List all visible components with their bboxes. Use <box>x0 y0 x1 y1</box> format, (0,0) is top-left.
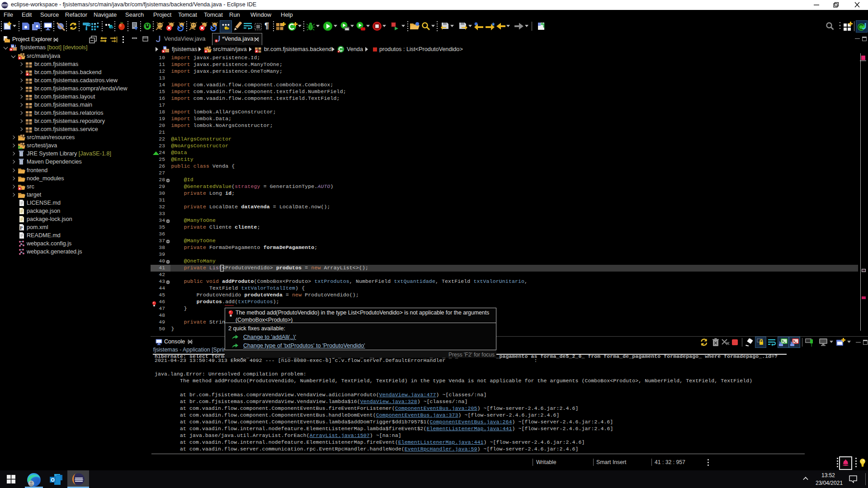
svg-text:M: M <box>164 47 166 50</box>
svg-text:P: P <box>20 225 23 230</box>
svg-text:O: O <box>51 477 55 483</box>
